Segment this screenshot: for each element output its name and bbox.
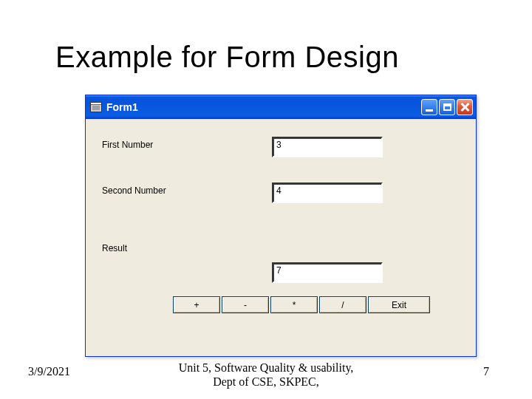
add-button[interactable]: + <box>173 296 220 313</box>
system-menu-icon[interactable] <box>90 102 102 112</box>
maximize-icon <box>443 103 451 111</box>
divide-button[interactable]: / <box>319 296 366 313</box>
label-result: Result <box>102 243 272 253</box>
close-icon <box>460 102 470 112</box>
input-second-number[interactable]: 4 <box>272 183 383 203</box>
maximize-button[interactable] <box>439 99 455 115</box>
titlebar[interactable]: Form1 <box>86 95 476 119</box>
subtract-button[interactable]: - <box>222 296 269 313</box>
footer-center: Unit 5, Software Quality & usability, De… <box>179 361 354 389</box>
slide-title: Example for Form Design <box>0 0 532 87</box>
multiply-button[interactable]: * <box>270 296 318 313</box>
minimize-button[interactable] <box>421 99 437 115</box>
row-first-number: First Number 3 <box>102 137 460 157</box>
row-second-number: Second Number 4 <box>102 183 460 203</box>
window-title: Form1 <box>106 101 421 113</box>
minimize-icon <box>426 109 433 112</box>
input-result[interactable]: 7 <box>272 262 383 283</box>
operator-button-row: + - * / Exit <box>173 296 460 313</box>
close-button[interactable] <box>457 99 473 115</box>
form-client-area: First Number 3 Second Number 4 Result 7 … <box>86 119 476 321</box>
exit-button[interactable]: Exit <box>368 296 430 313</box>
window-controls <box>421 99 473 115</box>
label-second-number: Second Number <box>102 183 272 196</box>
row-result: Result 7 <box>102 243 460 283</box>
footer-date: 3/9/2021 <box>28 365 70 378</box>
form-window: Form1 First Number 3 Second Number 4 Res… <box>85 95 477 357</box>
footer-page-number: 7 <box>483 365 489 378</box>
input-first-number[interactable]: 3 <box>272 137 383 157</box>
label-first-number: First Number <box>102 137 272 150</box>
